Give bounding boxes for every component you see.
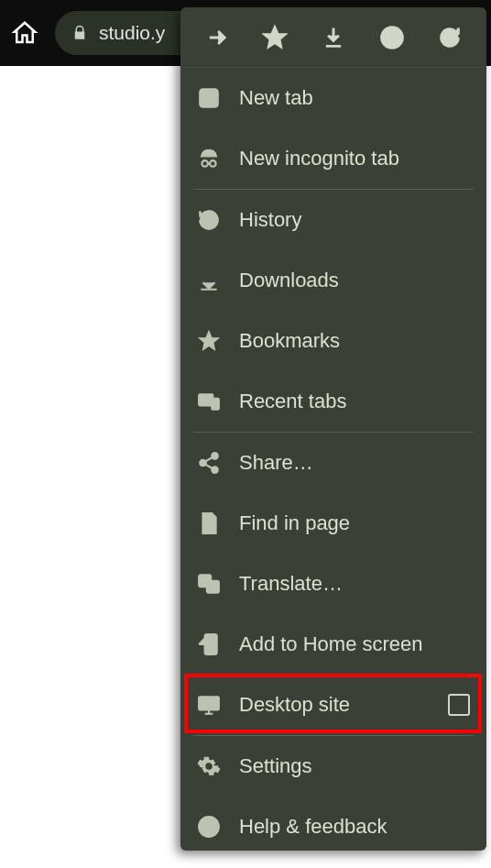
svg-point-12 <box>212 453 218 459</box>
menu-item-share[interactable]: Share… <box>180 433 486 493</box>
gear-icon <box>197 754 221 778</box>
share-icon <box>197 451 221 475</box>
menu-item-translate[interactable]: G Translate… <box>180 554 486 614</box>
translate-icon: G <box>197 572 221 596</box>
incognito-icon <box>197 147 221 170</box>
info-button[interactable] <box>376 22 408 53</box>
menu-label: History <box>239 208 301 232</box>
svg-point-14 <box>212 467 218 472</box>
menu-item-history[interactable]: History <box>180 190 486 250</box>
plus-box-icon <box>197 86 221 110</box>
menu-label: Bookmarks <box>239 329 340 353</box>
home-icon[interactable] <box>11 19 38 47</box>
svg-rect-23 <box>199 697 219 709</box>
svg-point-8 <box>210 160 216 167</box>
menu-label: Settings <box>239 754 312 778</box>
svg-line-16 <box>205 465 213 468</box>
svg-line-15 <box>205 457 213 461</box>
svg-rect-20 <box>207 581 219 593</box>
star-filled-icon <box>197 329 221 353</box>
menu-item-settings[interactable]: Settings <box>180 736 486 797</box>
menu-label: Downloads <box>239 269 339 292</box>
add-to-home-icon <box>197 632 221 656</box>
menu-item-add-to-home[interactable]: Add to Home screen <box>180 614 486 675</box>
desktop-site-checkbox[interactable] <box>448 694 470 716</box>
devices-icon <box>197 390 221 413</box>
menu-item-new-incognito-tab[interactable]: New incognito tab <box>180 128 486 189</box>
svg-line-18 <box>211 526 213 528</box>
svg-rect-11 <box>212 399 219 410</box>
forward-button[interactable] <box>202 22 233 53</box>
menu-label: Desktop site <box>239 693 350 717</box>
menu-item-help[interactable]: Help & feedback <box>180 797 486 851</box>
reload-button[interactable] <box>434 22 465 53</box>
menu-item-recent-tabs[interactable]: Recent tabs <box>180 371 486 432</box>
help-icon <box>197 815 221 839</box>
desktop-icon <box>197 693 221 717</box>
menu-label: Help & feedback <box>239 815 387 839</box>
svg-rect-10 <box>199 394 213 405</box>
bookmark-star-button[interactable] <box>259 22 290 53</box>
find-in-page-icon <box>197 511 221 535</box>
menu-item-find-in-page[interactable]: Find in page <box>180 493 486 554</box>
lock-icon <box>71 25 88 41</box>
menu-label: Find in page <box>239 511 350 535</box>
svg-point-13 <box>200 460 206 467</box>
menu-label: Share… <box>239 451 313 475</box>
menu-label: New incognito tab <box>239 147 399 170</box>
svg-point-3 <box>391 31 393 33</box>
menu-label: New tab <box>239 86 313 110</box>
downloads-icon <box>197 269 221 292</box>
menu-item-new-tab[interactable]: New tab <box>180 68 486 128</box>
menu-label: Recent tabs <box>239 390 346 413</box>
history-icon <box>197 208 221 232</box>
menu-item-desktop-site[interactable]: Desktop site <box>180 675 486 735</box>
url-text: studio.y <box>99 22 165 44</box>
chrome-menu-panel: New tab New incognito tab History Downlo… <box>180 7 486 851</box>
menu-label: Add to Home screen <box>239 632 423 656</box>
download-button[interactable] <box>318 22 349 53</box>
svg-point-27 <box>208 832 210 834</box>
svg-point-7 <box>202 160 208 167</box>
menu-label: Translate… <box>239 572 343 596</box>
svg-text:G: G <box>202 577 208 586</box>
svg-rect-22 <box>205 634 217 654</box>
menu-item-bookmarks[interactable]: Bookmarks <box>180 311 486 371</box>
menu-toolbar <box>180 7 486 68</box>
menu-item-downloads[interactable]: Downloads <box>180 250 486 311</box>
